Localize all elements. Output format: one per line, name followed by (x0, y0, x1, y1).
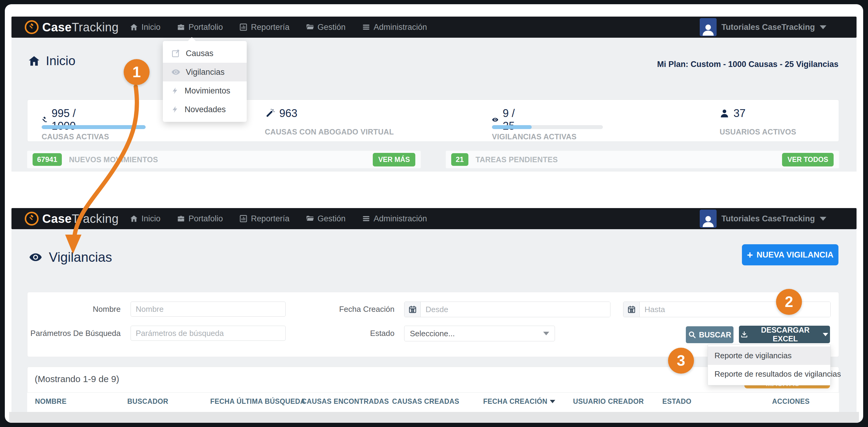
buscar-button[interactable]: BUSCAR (686, 326, 734, 343)
nav-label: Inicio (142, 214, 160, 223)
ver-mas-button[interactable]: VER MÁS (373, 153, 415, 166)
person-silhouette-icon (702, 22, 715, 36)
stat-label: CAUSAS ACTIVAS (42, 132, 109, 141)
alert-nuevos-movimientos: 67941 NUEVOS MOVIMIENTOS VER MÁS (27, 151, 421, 168)
lightning-icon (171, 105, 179, 114)
brand-light: Tracking (72, 212, 119, 225)
screen2-page-title: Vigilancias (28, 250, 112, 265)
fecha-creacion-label: Fecha Creación (317, 302, 395, 317)
user-avatar (700, 18, 717, 36)
folder-icon (306, 23, 314, 31)
descargar-excel-button[interactable]: DESCARGAR EXCEL (739, 326, 830, 343)
eye-icon (492, 114, 499, 125)
menu-item-reporte-vigilancias[interactable]: Reporte de vigilancias (708, 346, 830, 365)
menu-label: Novedades (185, 105, 226, 114)
brand-logo[interactable]: CaseTracking (25, 17, 119, 38)
estado-label: Estado (317, 326, 395, 341)
screen2-user-menu[interactable]: Tutoriales CaseTracking (700, 208, 826, 229)
nueva-vigilancia-button[interactable]: + NUEVA VIGILANCIA (742, 244, 838, 265)
brand-logo[interactable]: CaseTracking (25, 208, 119, 229)
descargar-excel-dropdown: Reporte de vigilancias Reporte de result… (708, 344, 831, 386)
nav-item-portafolio[interactable]: Portafolio (177, 23, 223, 32)
folder-icon (306, 214, 314, 223)
nav-item-gestion[interactable]: Gestión (306, 23, 346, 32)
nav-label: Gestión (318, 214, 346, 223)
nav-label: Administración (374, 23, 427, 32)
nombre-input[interactable] (131, 302, 286, 317)
nav-item-administracion[interactable]: Administración (362, 214, 427, 223)
brand-bold: Case (42, 212, 72, 225)
menu-item-reporte-resultados[interactable]: Reporte de resultados de vigilancias (708, 365, 830, 383)
nav-item-reporteria[interactable]: Reportería (239, 214, 289, 223)
brand-light: Tracking (72, 21, 119, 34)
composite-canvas: CaseTracking Inicio Portafolio Reporterí… (5, 4, 863, 423)
screen1-user-menu[interactable]: Tutoriales CaseTracking (700, 17, 826, 38)
menu-item-novedades[interactable]: Novedades (163, 100, 247, 119)
stat-number: 37 (734, 107, 746, 120)
column-header-nombre[interactable]: NOMBRE (35, 397, 67, 405)
nav-item-portafolio[interactable]: Portafolio (177, 214, 223, 223)
nav-item-inicio[interactable]: Inicio (130, 214, 160, 223)
page-title-text: Vigilancias (49, 250, 112, 265)
menu-item-vigilancias[interactable]: Vigilancias (163, 63, 247, 82)
annotation-step-1: 1 (124, 59, 150, 85)
search-icon (688, 331, 696, 339)
column-header-fecha-creacion[interactable]: FECHA CREACIÓN (483, 397, 555, 405)
stat-label: VIGILANCIAS ACTIVAS (492, 132, 577, 141)
home-icon (28, 55, 40, 67)
bar-chart-icon (239, 214, 248, 223)
screen2-navbar: CaseTracking Inicio Portafolio Reporterí… (11, 208, 857, 229)
calendar-icon[interactable] (623, 302, 640, 317)
eye-icon (28, 251, 43, 264)
brand-name: CaseTracking (42, 212, 119, 225)
menu-bars-icon (362, 23, 370, 31)
menu-item-movimientos[interactable]: Movimientos (163, 82, 247, 100)
user-avatar (700, 210, 717, 228)
button-label: DESCARGAR EXCEL (751, 326, 819, 343)
column-header-buscador[interactable]: BUSCADOR (127, 397, 168, 405)
progress-bar (42, 125, 146, 129)
ver-todos-button[interactable]: VER TODOS (782, 153, 834, 166)
column-header-fecha-ultima-busqueda[interactable]: FECHA ÚLTIMA BÚSQUEDA (210, 397, 305, 405)
portafolio-dropdown-menu: Causas Vigilancias Movimientos Novedades (163, 41, 247, 122)
briefcase-icon (177, 214, 185, 223)
nav-label: Reportería (251, 23, 289, 32)
nav-label: Inicio (142, 23, 160, 32)
nav-item-reporteria[interactable]: Reportería (239, 23, 289, 32)
nav-item-inicio[interactable]: Inicio (130, 23, 160, 32)
menu-label: Causas (186, 49, 214, 58)
parametros-input[interactable] (131, 326, 286, 341)
nav-label: Portafolio (188, 23, 223, 32)
nav-item-gestion[interactable]: Gestión (306, 214, 346, 223)
screen2-nav-items: Inicio Portafolio Reportería Gestión (130, 208, 427, 229)
column-header-estado[interactable]: ESTADO (662, 397, 691, 405)
menu-item-causas[interactable]: Causas (163, 44, 247, 63)
column-header-usuario-creador[interactable]: USUARIO CREADOR (573, 397, 644, 405)
estado-select[interactable]: Seleccione... (404, 326, 555, 341)
button-label: BUSCAR (699, 331, 732, 339)
nav-item-administracion[interactable]: Administración (362, 23, 427, 32)
select-value: Seleccione... (410, 329, 455, 338)
column-header-acciones[interactable]: ACCIONES (772, 397, 810, 405)
gavel-logo-icon (25, 20, 39, 34)
bottom-cut-strip (9, 412, 859, 423)
stat-label: USUARIOS ACTIVOS (720, 127, 796, 136)
sort-caret-icon (550, 400, 555, 403)
eye-icon (171, 67, 180, 77)
alert-label: NUEVOS MOVIMIENTOS (69, 155, 373, 164)
edit-square-icon (171, 49, 180, 58)
download-icon (741, 331, 748, 338)
gavel-icon (42, 115, 48, 125)
briefcase-icon (177, 23, 185, 31)
desde-input[interactable] (421, 302, 610, 317)
nombre-label: Nombre (45, 302, 121, 317)
menu-label: Vigilancias (186, 67, 225, 77)
column-header-causas-creadas[interactable]: CAUSAS CREADAS (392, 397, 459, 405)
plus-icon: + (747, 250, 753, 260)
column-header-causas-encontradas[interactable]: CAUSAS ENCONTRADAS (302, 397, 389, 405)
user-name: Tutoriales CaseTracking (721, 23, 815, 32)
menu-label: Movimientos (185, 86, 230, 96)
desde-input-group (404, 302, 611, 317)
lightning-icon (171, 86, 179, 95)
calendar-icon[interactable] (404, 302, 421, 317)
